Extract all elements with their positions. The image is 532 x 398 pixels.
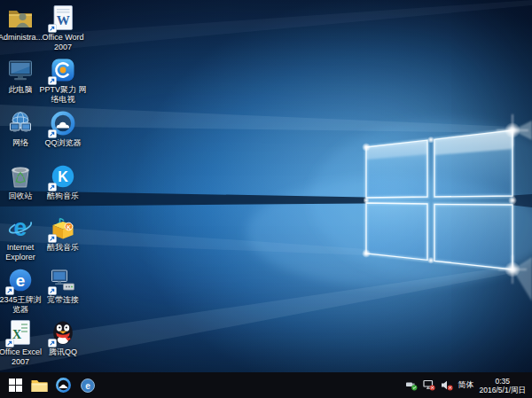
desktop-icon-this-pc[interactable]: 此电脑: [0, 57, 41, 95]
clock-time: 0:35: [480, 377, 526, 386]
desktop-icon-office-excel[interactable]: X Office Excel 2007: [0, 319, 41, 367]
network-disconnected-icon[interactable]: [423, 379, 435, 391]
desktop-icon-label: 宽带连接: [39, 295, 87, 305]
desktop-icon-office-word[interactable]: W Office Word 2007: [41, 4, 85, 52]
broadband-icon: [50, 267, 76, 293]
clock-date: 2016/5/1/周日: [480, 386, 526, 394]
desktop-icon-internet-explorer[interactable]: e Internet Explorer: [0, 215, 41, 262]
ie-icon: e: [7, 215, 34, 241]
shortcut-arrow-icon: [48, 286, 57, 295]
file-explorer-button[interactable]: [27, 372, 51, 398]
svg-text:K: K: [58, 169, 68, 184]
desktop-icon-qq-browser[interactable]: QQ浏览器: [41, 110, 85, 148]
desktop-icon-label: PPTV聚力 网络电视: [39, 85, 87, 105]
desktop-icon-label: Internet Explorer: [0, 243, 44, 262]
e-browser-taskbar-button[interactable]: e: [75, 372, 99, 398]
network-globe-icon: [7, 110, 34, 137]
svg-text:W: W: [57, 13, 70, 27]
recycle-bin-icon: [7, 163, 34, 190]
desktop-icon-broadband[interactable]: 宽带连接: [41, 267, 85, 305]
kuwo-music-icon: K: [50, 215, 76, 241]
desktop-icon-label: Office Word 2007: [39, 33, 87, 52]
shortcut-arrow-icon: [48, 234, 57, 243]
shortcut-arrow-icon: [48, 129, 57, 138]
desktop-icon-label: 酷我音乐: [39, 243, 87, 253]
desktop-icon-2345-browser[interactable]: e 2345王牌浏览器: [0, 267, 41, 315]
taskbar: e: [0, 372, 532, 398]
desktop-icon-tencent-qq[interactable]: 腾讯QQ: [41, 319, 85, 357]
computer-icon: [7, 57, 34, 83]
shortcut-arrow-icon: [48, 183, 57, 191]
2345-browser-icon: e: [7, 267, 34, 293]
start-icon: [9, 378, 22, 392]
taskbar-clock[interactable]: 0:35 2016/5/1/周日: [480, 377, 526, 394]
shortcut-arrow-icon: [5, 286, 14, 295]
desktop-icon-label: 回收站: [0, 191, 44, 201]
kugou-music-icon: K: [50, 163, 76, 190]
file-explorer-icon: [31, 378, 48, 393]
shortcut-arrow-icon: [48, 76, 57, 85]
input-method-indicator[interactable]: 简体: [458, 372, 474, 398]
word-icon: W: [50, 4, 76, 31]
e-browser-icon: e: [80, 378, 96, 394]
excel-icon: X: [7, 319, 34, 346]
qq-browser-icon: [55, 377, 72, 394]
svg-text:K: K: [66, 224, 71, 230]
desktop-icon-label: Administra...: [0, 33, 44, 43]
shortcut-arrow-icon: [5, 339, 14, 347]
desktop-icon-label: QQ浏览器: [39, 138, 87, 148]
svg-text:e: e: [13, 215, 27, 241]
qq-browser-taskbar-button[interactable]: [51, 372, 75, 398]
pptv-icon: [50, 57, 76, 83]
desktop-icon-label: 腾讯QQ: [39, 347, 87, 357]
system-tray: 简体 0:35 2016/5/1/周日: [405, 372, 532, 398]
desktop-icon-kugou[interactable]: K 酷狗音乐: [41, 163, 85, 201]
svg-text:e: e: [16, 271, 26, 290]
desktop-icon-recycle-bin[interactable]: 回收站: [0, 163, 41, 201]
start-button[interactable]: [4, 372, 27, 398]
desktop-icon-pptv[interactable]: PPTV聚力 网络电视: [41, 57, 85, 105]
usb-safely-remove-icon[interactable]: [405, 379, 418, 391]
user-folder-icon: [7, 4, 34, 31]
desktop-icon-label: 2345王牌浏览器: [0, 295, 44, 315]
qq-browser-icon: [50, 110, 76, 137]
desktop-icon-kuwo[interactable]: K 酷我音乐: [41, 215, 85, 253]
shortcut-arrow-icon: [48, 339, 57, 347]
desktop-icon-label: 酷狗音乐: [39, 191, 87, 201]
desktop: Administra... W Office Word 2007: [0, 0, 532, 398]
desktop-icon-administrator[interactable]: Administra...: [0, 4, 41, 43]
desktop-icon-label: 网络: [0, 138, 44, 148]
svg-text:e: e: [85, 380, 90, 390]
tencent-qq-icon: [50, 319, 76, 346]
desktop-icon-network[interactable]: 网络: [0, 110, 41, 148]
volume-muted-icon[interactable]: [441, 379, 453, 391]
shortcut-arrow-icon: [48, 24, 57, 33]
desktop-icon-label: 此电脑: [0, 85, 44, 95]
desktop-icon-label: Office Excel 2007: [0, 347, 44, 367]
